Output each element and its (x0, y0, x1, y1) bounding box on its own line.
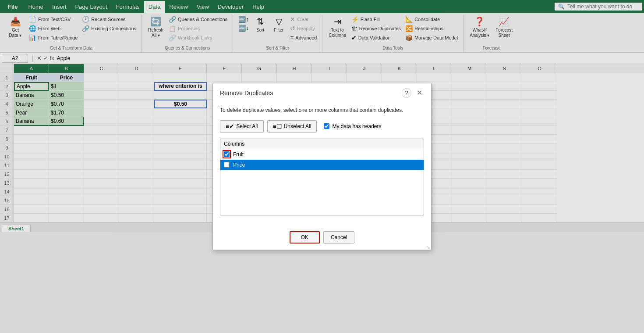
cancel-button[interactable]: Cancel (323, 231, 354, 232)
unselect-all-label: Unselect All (284, 123, 311, 129)
fruit-column-label: Fruit (233, 151, 244, 158)
dialog-title-bar: Remove Duplicates ? ✕ (213, 83, 431, 101)
dialog-action-row: ≡✔ Select All ≡☐ Unselect All My data ha… (220, 120, 424, 132)
select-all-button[interactable]: ≡✔ Select All (220, 120, 264, 132)
columns-section-header: Columns (220, 139, 424, 149)
dialog-body: To delete duplicate values, select one o… (213, 101, 431, 228)
dialog-description: To delete duplicate values, select one o… (220, 107, 424, 114)
dialog-help-icon[interactable]: ? (402, 88, 411, 98)
dialog-footer: OK Cancel (213, 228, 431, 232)
dialog-title-icons: ? ✕ (402, 88, 424, 98)
ok-button[interactable]: OK (290, 231, 320, 232)
list-item[interactable]: Fruit (220, 149, 424, 160)
price-checkbox[interactable] (224, 162, 230, 168)
dialog-overlay: Remove Duplicates ? ✕ To delete duplicat… (0, 0, 644, 232)
columns-section: Columns Fruit Price (220, 139, 424, 215)
select-all-icon: ≡✔ (226, 123, 234, 130)
dialog-title: Remove Duplicates (220, 90, 273, 97)
my-data-headers-text: My data has headers (332, 123, 381, 129)
columns-list: Fruit Price (220, 149, 424, 215)
dialog-close-button[interactable]: ✕ (415, 88, 424, 98)
remove-duplicates-dialog: Remove Duplicates ? ✕ To delete duplicat… (212, 83, 432, 232)
select-all-label: Select All (236, 123, 258, 129)
price-column-label: Price (233, 162, 245, 168)
unselect-all-button[interactable]: ≡☐ Unselect All (267, 120, 317, 132)
fruit-checkbox[interactable] (224, 151, 230, 157)
list-item[interactable]: Price (220, 160, 424, 170)
unselect-all-icon: ≡☐ (273, 123, 282, 130)
my-data-headers-checkbox[interactable] (324, 123, 329, 129)
my-data-headers-label[interactable]: My data has headers (324, 123, 381, 129)
